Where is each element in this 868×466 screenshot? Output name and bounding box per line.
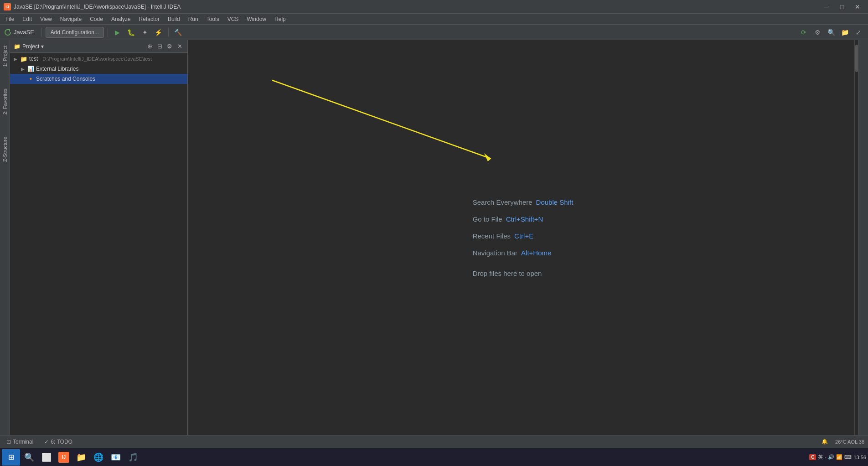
test-label: test [29, 56, 38, 62]
folder-icon: 📁 [14, 43, 21, 50]
taskview-button[interactable]: ⬜ [38, 449, 55, 466]
tray-network[interactable]: 🔊 [828, 454, 834, 460]
taskbar-browser[interactable]: 🌐 [90, 449, 107, 466]
title-bar-left: IJ JavaSE [D:\Program\IntelliJ_IDEA\work… [4, 3, 181, 10]
shortcut-row-nav: Navigation Bar Alt+Home [473, 249, 552, 257]
sidebar-item-structure[interactable]: Z-Structure [1, 133, 9, 166]
shortcut-row-goto: Go to File Ctrl+Shift+N [473, 215, 543, 223]
taskbar-intellij[interactable]: IJ [56, 449, 72, 466]
terminal-icon: ⊡ [6, 439, 11, 445]
taskbar-mail[interactable]: 📧 [108, 449, 124, 466]
start-button[interactable]: ⊞ [2, 449, 20, 466]
menu-view[interactable]: View [36, 15, 56, 23]
panel-close-button[interactable]: ✕ [176, 42, 184, 51]
toolbar-separator-3 [168, 28, 169, 37]
project-name: JavaSE [14, 29, 34, 36]
toolbar: JavaSE Add Configuration... ▶ 🐛 ✦ ⚡ 🔨 ⟳ … [0, 25, 868, 40]
search-everywhere-key[interactable]: Double Shift [536, 198, 574, 206]
intellij-icon [4, 28, 12, 36]
profile-button[interactable]: ⚡ [153, 26, 165, 38]
maximize-button[interactable]: □ [835, 2, 849, 11]
sync-button[interactable]: ⊕ [145, 42, 154, 51]
title-bar: IJ JavaSE [D:\Program\IntelliJ_IDEA\work… [0, 0, 868, 14]
minimize-button[interactable]: ─ [820, 2, 833, 11]
settings-button[interactable]: ⚙ [811, 26, 823, 38]
event-log[interactable]: 🔔 [822, 439, 828, 445]
taskbar-files[interactable]: 📁 [73, 449, 89, 466]
taskbar-time: 13:56 [853, 455, 866, 460]
recent-files-label: Recent Files [473, 232, 511, 240]
project-panel-actions: ⊕ ⊟ ⚙ ✕ [145, 42, 184, 51]
project-panel-header: 📁 Project ▾ ⊕ ⊟ ⚙ ✕ [10, 40, 187, 53]
tray-volume[interactable]: 📶 [836, 454, 842, 460]
project-panel-title[interactable]: 📁 Project ▾ [14, 43, 44, 50]
taskbar: ⊞ 🔍 ⬜ IJ 📁 🌐 📧 🎵 C 英 · 🔊 📶 ⌨ 13:56 [0, 448, 868, 466]
search-taskbar-button[interactable]: 🔍 [21, 449, 37, 466]
menu-navigate[interactable]: Navigate [57, 15, 85, 23]
run-button[interactable]: ▶ [112, 26, 124, 38]
tree-arrow-test: ▶ [14, 57, 18, 62]
left-tabs: 1: Project 2: Favorites Z-Structure [0, 40, 10, 435]
search-toolbar-button[interactable]: 🔍 [825, 26, 837, 38]
test-folder-icon: 📁 [20, 56, 27, 62]
tree-item-test[interactable]: ▶ 📁 test D:\Program\IntelliJ_IDEA\worksp… [10, 54, 187, 64]
project-panel: 📁 Project ▾ ⊕ ⊟ ⚙ ✕ ▶ 📁 test D:\Program\… [10, 40, 188, 435]
goto-file-key[interactable]: Ctrl+Shift+N [506, 215, 543, 223]
todo-tab[interactable]: ✓ 6: TODO [41, 438, 75, 446]
debug-button[interactable]: 🐛 [125, 26, 137, 38]
scratches-label: Scratches and Consoles [36, 76, 95, 82]
menu-refactor[interactable]: Refactor [135, 15, 163, 23]
menu-run[interactable]: Run [185, 15, 202, 23]
menu-window[interactable]: Window [243, 15, 270, 23]
tray-dot: · [825, 455, 826, 460]
menu-bar: File Edit View Navigate Code Analyze Ref… [0, 14, 868, 25]
recent-files-key[interactable]: Ctrl+E [514, 232, 533, 240]
menu-file[interactable]: File [2, 15, 18, 23]
tray-battery[interactable]: ⌨ [844, 454, 852, 460]
dropdown-arrow: ▾ [41, 43, 44, 50]
panel-settings-button[interactable]: ⚙ [165, 42, 174, 51]
tray-lang[interactable]: 英 [818, 454, 823, 461]
taskbar-time-display: 13:56 [853, 455, 866, 460]
files-button[interactable]: 📁 [839, 26, 851, 38]
title-bar-controls: ─ □ ✕ [820, 2, 864, 11]
navigation-bar-label: Navigation Bar [473, 249, 517, 257]
sidebar-item-project[interactable]: 1: Project [1, 42, 9, 70]
project-panel-label: Project [22, 43, 39, 50]
taskbar-tray: C 英 · 🔊 📶 ⌨ 13:56 [809, 454, 866, 461]
close-button[interactable]: ✕ [851, 2, 864, 11]
menu-help[interactable]: Help [271, 15, 289, 23]
editor-area: Search Everywhere Double Shift Go to Fil… [188, 40, 858, 435]
scratches-icon: 🔸 [27, 76, 34, 82]
project-tree: ▶ 📁 test D:\Program\IntelliJ_IDEA\worksp… [10, 53, 187, 435]
taskbar-music[interactable]: 🎵 [125, 449, 141, 466]
coverage-button[interactable]: ✦ [139, 26, 151, 38]
menu-code[interactable]: Code [86, 15, 107, 23]
todo-icon: ✓ [44, 439, 49, 445]
toolbar-separator-2 [108, 28, 108, 37]
scrollbar[interactable] [854, 40, 858, 435]
collapse-all-button[interactable]: ⊟ [155, 42, 164, 51]
navigation-bar-key[interactable]: Alt+Home [521, 249, 551, 257]
search-everywhere-label: Search Everywhere [473, 198, 532, 206]
add-configuration-button[interactable]: Add Configuration... [46, 27, 104, 38]
expand-button[interactable]: ⤢ [852, 26, 864, 38]
shortcut-row-search: Search Everywhere Double Shift [473, 198, 574, 206]
menu-tools[interactable]: Tools [203, 15, 223, 23]
todo-label: 6: TODO [51, 439, 72, 445]
vcs-button[interactable]: ⟳ [798, 26, 810, 38]
scroll-thumb[interactable] [855, 45, 858, 72]
menu-analyze[interactable]: Analyze [108, 15, 134, 23]
svg-marker-1 [484, 153, 491, 161]
build-button[interactable]: 🔨 [172, 26, 184, 38]
toolbar-separator [41, 28, 42, 37]
terminal-tab[interactable]: ⊡ Terminal [4, 438, 36, 446]
sidebar-item-favorites[interactable]: 2: Favorites [1, 85, 9, 118]
libraries-label: External Libraries [36, 66, 78, 72]
menu-vcs[interactable]: VCS [224, 15, 243, 23]
tree-item-external-libraries[interactable]: ▶ 📊 External Libraries [10, 64, 187, 74]
menu-edit[interactable]: Edit [19, 15, 36, 23]
menu-build[interactable]: Build [164, 15, 184, 23]
shortcut-row-recent: Recent Files Ctrl+E [473, 232, 533, 240]
tree-item-scratches[interactable]: 🔸 Scratches and Consoles [10, 74, 187, 84]
